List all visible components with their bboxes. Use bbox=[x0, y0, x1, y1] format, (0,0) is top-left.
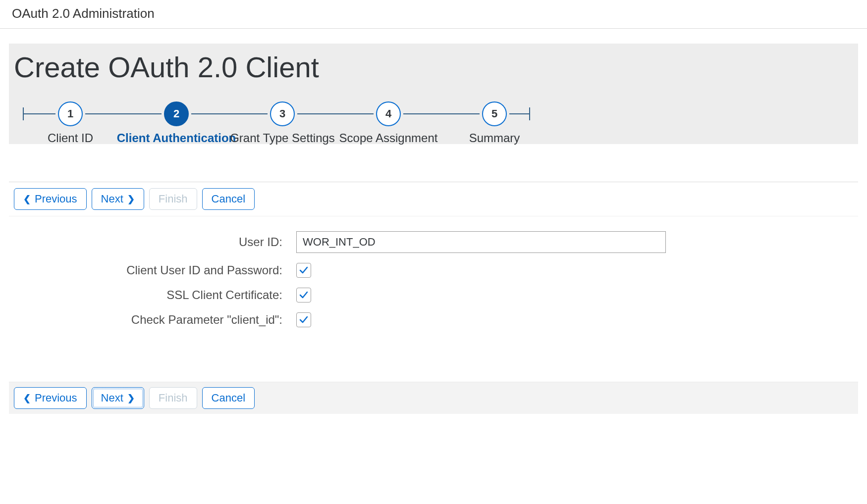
check-icon bbox=[299, 265, 309, 275]
wizard-title: Create OAuth 2.0 Client bbox=[14, 50, 858, 84]
finish-button: Finish bbox=[149, 188, 197, 210]
wizard-step-scope-assignment[interactable]: 4 Scope Assignment bbox=[374, 101, 403, 126]
step-label: Summary bbox=[469, 131, 520, 145]
button-bar-bottom: ❮ Previous Next ❯ Finish Cancel bbox=[9, 382, 858, 414]
step-number: 1 bbox=[58, 101, 83, 126]
ssl-cert-label: SSL Client Certificate: bbox=[9, 288, 296, 302]
wizard-step-client-authentication[interactable]: 2 Client Authentication bbox=[162, 101, 191, 126]
user-id-input[interactable] bbox=[296, 231, 666, 253]
step-connector bbox=[24, 113, 55, 114]
wizard-step-client-id[interactable]: 1 Client ID bbox=[55, 101, 85, 126]
next-button[interactable]: Next ❯ bbox=[92, 188, 144, 210]
wizard-banner: Create OAuth 2.0 Client 1 Client ID 2 Cl… bbox=[9, 44, 858, 144]
chevron-right-icon: ❯ bbox=[127, 393, 135, 403]
form-area: User ID: Client User ID and Password: SS… bbox=[9, 216, 858, 327]
step-number: 5 bbox=[482, 101, 507, 126]
chevron-right-icon: ❯ bbox=[127, 194, 135, 204]
step-connector bbox=[297, 113, 374, 114]
step-label: Grant Type Settings bbox=[230, 131, 335, 145]
step-bar-endcap-right bbox=[529, 107, 530, 120]
check-icon bbox=[299, 290, 309, 300]
finish-button: Finish bbox=[149, 387, 197, 409]
previous-button[interactable]: ❮ Previous bbox=[14, 188, 87, 210]
client-userpass-checkbox[interactable] bbox=[296, 263, 311, 278]
step-number: 3 bbox=[270, 101, 295, 126]
chevron-left-icon: ❮ bbox=[23, 194, 31, 204]
form-row-client-userpass: Client User ID and Password: bbox=[9, 263, 858, 278]
cancel-button[interactable]: Cancel bbox=[202, 188, 255, 210]
button-label: Cancel bbox=[212, 193, 245, 205]
button-label: Cancel bbox=[212, 392, 245, 404]
step-connector bbox=[191, 113, 268, 114]
cancel-button[interactable]: Cancel bbox=[202, 387, 255, 409]
step-label: Scope Assignment bbox=[339, 131, 438, 145]
user-id-label: User ID: bbox=[9, 235, 296, 249]
form-row-check-client-id: Check Parameter "client_id": bbox=[9, 312, 858, 327]
button-label: Previous bbox=[35, 392, 77, 404]
app-title: OAuth 2.0 Administration bbox=[12, 6, 155, 21]
wizard-step-summary[interactable]: 5 Summary bbox=[480, 101, 509, 126]
check-icon bbox=[299, 315, 309, 325]
button-label: Finish bbox=[159, 392, 188, 404]
ssl-cert-checkbox[interactable] bbox=[296, 288, 311, 302]
step-connector bbox=[403, 113, 480, 114]
step-label: Client ID bbox=[48, 131, 93, 145]
client-userpass-label: Client User ID and Password: bbox=[9, 263, 296, 277]
step-label: Client Authentication bbox=[117, 131, 236, 145]
step-connector bbox=[509, 113, 529, 114]
content-shell: Create OAuth 2.0 Client 1 Client ID 2 Cl… bbox=[0, 44, 867, 414]
step-connector bbox=[85, 113, 162, 114]
button-bar-top: ❮ Previous Next ❯ Finish Cancel bbox=[9, 182, 858, 216]
step-number: 4 bbox=[376, 101, 401, 126]
button-label: Next bbox=[101, 193, 123, 205]
wizard-step-bar: 1 Client ID 2 Client Authentication 3 Gr… bbox=[14, 101, 858, 137]
check-client-id-label: Check Parameter "client_id": bbox=[9, 313, 296, 327]
step-number: 2 bbox=[164, 101, 189, 126]
chevron-left-icon: ❮ bbox=[23, 393, 31, 403]
button-label: Previous bbox=[35, 193, 77, 205]
form-row-ssl-cert: SSL Client Certificate: bbox=[9, 288, 858, 302]
previous-button[interactable]: ❮ Previous bbox=[14, 387, 87, 409]
check-client-id-checkbox[interactable] bbox=[296, 312, 311, 327]
app-header: OAuth 2.0 Administration bbox=[0, 0, 867, 29]
form-row-user-id: User ID: bbox=[9, 231, 858, 253]
wizard-step-grant-type-settings[interactable]: 3 Grant Type Settings bbox=[268, 101, 297, 126]
next-button[interactable]: Next ❯ bbox=[92, 387, 144, 409]
button-label: Next bbox=[101, 392, 123, 404]
button-label: Finish bbox=[159, 193, 188, 205]
